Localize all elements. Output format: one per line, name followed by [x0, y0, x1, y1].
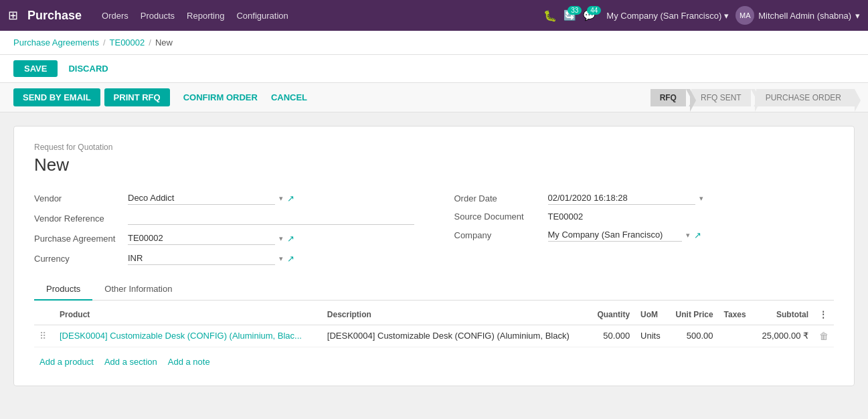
delete-row-icon[interactable]: 🗑	[819, 331, 829, 341]
activity-badge: 33	[568, 6, 582, 15]
subtotal-cell: 25,000.00 ₹	[754, 325, 814, 347]
workflow-step-rfq[interactable]: RFQ	[650, 89, 690, 106]
purchase-agreement-dropdown-icon: ▾	[279, 234, 283, 243]
discuss-button[interactable]: 💬44	[583, 9, 596, 21]
vendor-dropdown-icon: ▾	[279, 194, 283, 203]
taxes-cell	[719, 325, 754, 347]
purchase-agreement-label: Purchase Agreement	[34, 234, 121, 244]
save-button[interactable]: SAVE	[13, 60, 58, 77]
currency-external-link-icon[interactable]: ↗	[287, 254, 294, 264]
user-menu[interactable]: MA Mitchell Admin (shabna) ▾	[735, 6, 860, 25]
action-bar: SAVE DISCARD	[0, 55, 868, 83]
quantity-cell: 50.000	[590, 325, 635, 347]
table-row: ⠿ [DESK0004] Customizable Desk (CONFIG) …	[34, 325, 834, 347]
drag-handle-icon[interactable]: ⠿	[39, 331, 46, 341]
currency-row: Currency ▾ ↗	[34, 252, 414, 265]
menu-reporting[interactable]: Reporting	[187, 8, 224, 23]
tab-products[interactable]: Products	[34, 278, 92, 301]
menu-products[interactable]: Products	[141, 8, 175, 23]
col-product-header: Product	[54, 305, 322, 325]
col-actions-header: ⋮	[814, 305, 834, 325]
product-cell[interactable]: [DESK0004] Customizable Desk (CONFIG) (A…	[54, 325, 322, 347]
add-links: Add a product Add a section Add a note	[34, 354, 834, 369]
vendor-field: ▾ ↗	[128, 191, 414, 205]
source-doc-field: TE00002	[548, 212, 835, 222]
col-unit-price-header: Unit Price	[667, 305, 718, 325]
vendor-ref-input[interactable]	[128, 212, 414, 225]
company-field: ▾ ↗	[548, 228, 835, 242]
order-date-label: Order Date	[454, 193, 541, 203]
avatar: MA	[735, 6, 754, 25]
workflow-step-rfq-sent[interactable]: RFQ SENT	[691, 89, 755, 106]
col-quantity-header: Quantity	[590, 305, 635, 325]
add-section-link[interactable]: Add a section	[104, 357, 157, 367]
vendor-row: Vendor ▾ ↗	[34, 191, 414, 205]
company-row: Company ▾ ↗	[454, 228, 835, 242]
form-col-left: Vendor ▾ ↗ Vendor Reference Purchase Agr…	[34, 191, 414, 265]
breadcrumb-sep-2: /	[149, 37, 151, 48]
currency-dropdown-icon: ▾	[279, 254, 283, 263]
discuss-badge: 44	[587, 6, 601, 15]
col-drag	[34, 305, 54, 325]
tab-other-information[interactable]: Other Information	[92, 278, 184, 301]
currency-field: ▾ ↗	[128, 252, 414, 265]
breadcrumb-te00002[interactable]: TE00002	[110, 37, 145, 48]
company-dropdown-icon: ▾	[724, 11, 729, 21]
vendor-ref-field	[128, 212, 414, 225]
workflow-step-purchase-order[interactable]: PURCHASE ORDER	[756, 89, 855, 106]
vendor-ref-row: Vendor Reference	[34, 212, 414, 225]
breadcrumb-new: New	[155, 37, 173, 48]
cancel-button[interactable]: CANCEL	[264, 88, 314, 106]
company-selector[interactable]: My Company (San Francisco) ▾	[606, 11, 729, 21]
menu-orders[interactable]: Orders	[102, 8, 128, 23]
breadcrumb-sep-1: /	[103, 37, 106, 48]
discard-button[interactable]: DISCARD	[63, 60, 113, 77]
send-by-email-button[interactable]: SEND BY EMAIL	[13, 88, 100, 106]
confirm-order-button[interactable]: CONFIRM ORDER	[177, 88, 264, 106]
order-date-dropdown-icon: ▾	[699, 194, 703, 203]
activity-button[interactable]: 🔄33	[563, 9, 576, 21]
menu-configuration[interactable]: Configuration	[236, 8, 288, 23]
unit-price-cell: 500.00	[667, 325, 718, 347]
currency-label: Currency	[34, 254, 121, 264]
order-date-field: ▾	[548, 191, 835, 205]
source-doc-label: Source Document	[454, 212, 541, 222]
col-description-header: Description	[322, 305, 590, 325]
add-note-link[interactable]: Add a note	[168, 357, 210, 367]
order-date-input[interactable]	[548, 191, 695, 205]
col-taxes-header: Taxes	[719, 305, 754, 325]
form-card: Request for Quotation New Vendor ▾ ↗ Ven…	[13, 126, 855, 386]
debug-button[interactable]: 🐛	[543, 9, 557, 22]
purchase-agreement-input[interactable]	[128, 232, 275, 245]
breadcrumb-purchase-agreements[interactable]: Purchase Agreements	[13, 37, 99, 48]
form-type-label: Request for Quotation	[34, 143, 834, 152]
main-content: Request for Quotation New Vendor ▾ ↗ Ven…	[0, 112, 868, 418]
workflow-steps: RFQ RFQ SENT PURCHASE ORDER	[650, 89, 855, 106]
products-table: Product Description Quantity UoM Unit Pr…	[34, 305, 834, 347]
breadcrumb: Purchase Agreements / TE00002 / New	[0, 31, 868, 55]
form-col-right: Order Date ▾ Source Document TE00002 Com…	[454, 191, 835, 265]
description-cell: [DESK0004] Customizable Desk (CONFIG) (A…	[322, 325, 590, 347]
print-rfq-button[interactable]: PRINT RFQ	[104, 88, 170, 106]
source-doc-value: TE00002	[548, 212, 584, 222]
app-name[interactable]: Purchase	[27, 9, 82, 23]
currency-input[interactable]	[128, 252, 275, 265]
company-external-link-icon[interactable]: ↗	[694, 230, 701, 240]
add-product-link[interactable]: Add a product	[39, 357, 94, 367]
vendor-external-link-icon[interactable]: ↗	[287, 193, 294, 203]
company-dropdown-icon: ▾	[686, 231, 690, 240]
uom-cell: Units	[635, 325, 667, 347]
top-navigation: ⊞ Purchase Orders Products Reporting Con…	[0, 0, 868, 31]
drag-handle-cell: ⠿	[34, 325, 54, 347]
form-fields: Vendor ▾ ↗ Vendor Reference Purchase Agr…	[34, 191, 834, 265]
purchase-agreement-row: Purchase Agreement ▾ ↗	[34, 232, 414, 245]
purchase-agreement-field: ▾ ↗	[128, 232, 414, 245]
table-more-icon[interactable]: ⋮	[819, 310, 827, 319]
col-subtotal-header: Subtotal	[754, 305, 814, 325]
company-name: My Company (San Francisco)	[606, 11, 721, 21]
purchase-agreement-external-link-icon[interactable]: ↗	[287, 234, 294, 244]
grid-icon[interactable]: ⊞	[8, 8, 18, 23]
vendor-ref-label: Vendor Reference	[34, 214, 121, 224]
vendor-input[interactable]	[128, 191, 275, 205]
company-input[interactable]	[548, 228, 682, 242]
